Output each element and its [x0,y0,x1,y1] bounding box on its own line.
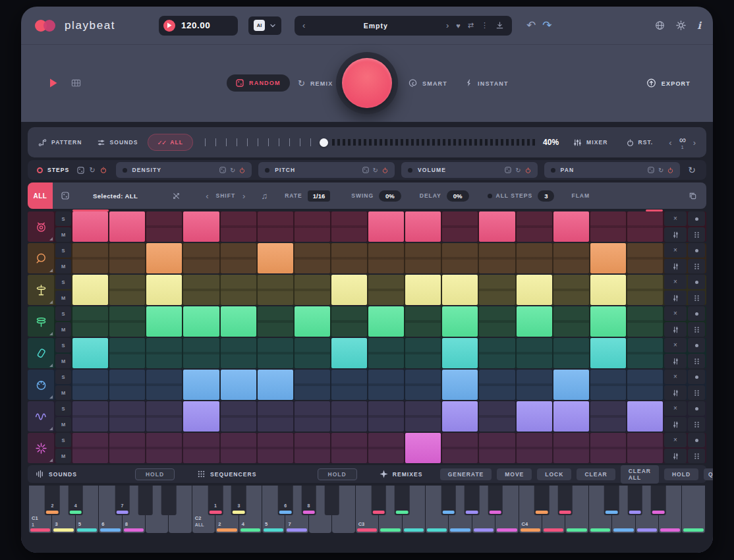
bpm-display[interactable]: 120.00 [159,16,238,36]
step-openhat-16[interactable] [627,306,663,337]
rate-value[interactable]: 1/16 [308,190,331,202]
piano-key-black-6[interactable]: 6 [278,486,293,515]
solo-button-shaker[interactable]: S [55,338,71,352]
clear-track-button[interactable]: × [664,275,687,289]
randomize-trigger-button[interactable] [342,58,392,108]
choke-button[interactable] [688,243,705,258]
mute-button-perc[interactable]: M [55,385,71,400]
loop-start-marker[interactable] [72,210,109,211]
track-icon-openhat[interactable] [28,306,54,337]
mute-button-kick[interactable]: M [55,227,71,242]
step-shaker-2[interactable] [109,338,145,368]
piano-key-black[interactable] [465,486,480,515]
choke-button[interactable] [688,370,705,384]
step-fx-7[interactable] [295,433,330,463]
kebab-menu-icon[interactable]: ⋮ [481,21,488,30]
clear-button[interactable]: CLEAR [577,468,615,480]
piano-key-white[interactable] [682,486,704,533]
reset-button[interactable]: RST. [627,139,654,146]
step-shaker-3[interactable] [146,338,182,368]
step-kick-3[interactable] [146,211,182,242]
solo-button-openhat[interactable]: S [55,306,71,321]
power-icon[interactable] [525,167,531,173]
track-settings-button[interactable] [664,385,687,400]
delay-value[interactable]: 0% [447,190,469,202]
step-snare-2[interactable] [109,243,145,273]
mute-button-openhat[interactable]: M [55,322,71,337]
loop-icon[interactable]: ↻ [230,167,235,174]
step-openhat-6[interactable] [258,306,293,337]
record-icon[interactable] [37,167,43,173]
step-openhat-14[interactable] [553,306,589,337]
step-shaker-14[interactable] [553,338,589,368]
step-snare-16[interactable] [627,243,663,273]
flam-label[interactable]: FLAM [571,192,590,199]
play-button[interactable] [49,78,58,88]
shuffle-preset-icon[interactable]: ⇄ [468,21,474,30]
select-all-tracks-tab[interactable]: ALL [28,182,53,209]
step-fx-4[interactable] [183,433,219,463]
page-prev-button[interactable]: ‹ [669,138,671,148]
undo-button[interactable]: ↶ [526,18,536,32]
step-kick-6[interactable] [258,211,293,242]
step-kick-13[interactable] [517,211,552,242]
choke-button[interactable] [688,338,705,352]
clear-track-button[interactable]: × [664,370,687,384]
step-hihat-7[interactable] [295,275,330,305]
tab-pan[interactable]: PAN↻ [544,162,681,178]
mute-button-hihat[interactable]: M [55,291,71,305]
step-snare-1[interactable] [72,243,108,273]
random-mode-button[interactable]: RANDOM [227,74,290,92]
loop-icon[interactable]: ↻ [373,167,378,174]
track-icon-synth[interactable] [28,401,54,432]
step-shaker-6[interactable] [258,338,293,368]
step-snare-10[interactable] [405,243,441,273]
step-openhat-10[interactable] [405,306,441,337]
track-icon-perc[interactable] [28,370,54,400]
remix-mode-button[interactable]: ↻ REMIX [298,78,333,88]
settings-gear-button[interactable] [676,20,686,30]
step-fx-14[interactable] [553,433,589,463]
step-shaker-9[interactable] [368,338,404,368]
step-kick-4[interactable] [183,211,219,242]
piano-key-black[interactable] [161,486,177,515]
piano-key-black-2[interactable]: 2 [45,486,60,515]
step-synth-3[interactable] [146,401,182,432]
step-synth-14[interactable] [553,401,589,432]
choke-button[interactable] [688,275,705,289]
mixer-button[interactable]: MIXER [573,138,607,147]
note-value-icon[interactable]: ♫ [261,191,268,201]
step-snare-14[interactable] [553,243,589,273]
solo-button-perc[interactable]: S [55,370,71,384]
step-openhat-8[interactable] [331,306,367,337]
solo-button-fx[interactable]: S [55,433,71,447]
step-kick-5[interactable] [221,211,256,242]
track-icon-hihat[interactable] [28,275,54,305]
step-hihat-16[interactable] [627,275,663,305]
piano-key-black-7[interactable]: 7 [115,486,130,515]
piano-key-black[interactable] [604,486,619,515]
step-kick-9[interactable] [368,211,404,242]
smart-mode-button[interactable]: SMART [409,79,447,88]
step-kick-10[interactable] [405,211,441,242]
drag-handle[interactable] [688,385,705,400]
choke-button[interactable] [688,401,705,416]
track-icon-kick[interactable] [28,211,54,242]
step-kick-1[interactable] [72,211,108,242]
step-fx-10[interactable] [405,433,441,463]
clear-track-button[interactable]: × [664,433,687,447]
piano-key-black[interactable] [557,486,573,515]
step-openhat-9[interactable] [368,306,404,337]
step-shaker-12[interactable] [479,338,515,368]
step-snare-12[interactable] [479,243,515,273]
drag-handle[interactable] [688,227,705,242]
clear-track-button[interactable]: × [664,401,687,416]
step-synth-5[interactable] [221,401,256,432]
step-kick-12[interactable] [479,211,515,242]
shift-left-button[interactable]: ‹ [206,191,208,201]
tab-pitch[interactable]: PITCH↻ [258,162,395,178]
lock-button[interactable]: LOCK [537,468,571,480]
step-hihat-2[interactable] [109,275,145,305]
step-snare-6[interactable] [258,243,293,273]
step-synth-9[interactable] [368,401,404,432]
